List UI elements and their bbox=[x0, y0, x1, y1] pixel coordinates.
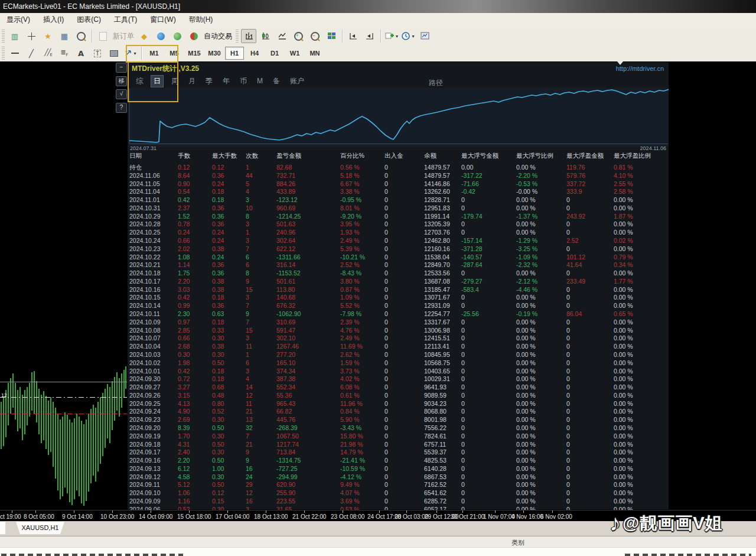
panel-tab-月[interactable]: 月 bbox=[186, 76, 198, 87]
table-row[interactable]: 2024.09.191.700.3071067.5015.80 %07824.6… bbox=[128, 433, 670, 441]
market-watch-button[interactable] bbox=[73, 29, 89, 43]
new-chart-button[interactable]: ▥ bbox=[7, 29, 22, 43]
table-row[interactable]: 2024.10.082.850.3315591.474.76 %013006.9… bbox=[128, 327, 670, 335]
path-tab[interactable]: 路径 bbox=[429, 78, 443, 88]
table-row[interactable]: 2024.09.273.270.6814552.346.08 %09641.93… bbox=[128, 383, 670, 392]
table-row[interactable]: 2024.10.211.140.366316.142.52 %012849.70… bbox=[128, 261, 670, 269]
table-row[interactable]: 2024.10.181.750.368-1153.52-8.43 %012533… bbox=[128, 269, 670, 278]
crosshair-button[interactable] bbox=[24, 29, 39, 43]
table-row[interactable]: 2024.09.101.060.1212255.904.07 %06541.62… bbox=[128, 489, 670, 498]
table-row[interactable]: 2024.10.070.660.303302.102.49 %012415.51… bbox=[128, 334, 670, 343]
table-row[interactable]: 2024.09.162.200.509-1314.75-21.41 %04825… bbox=[128, 457, 670, 465]
table-row[interactable]: 2024.11.050.900.245884.266.67 %014146.86… bbox=[128, 180, 670, 188]
templates-button[interactable]: ★ bbox=[40, 29, 56, 43]
table-row[interactable]: 2024.10.042.680.38111267.4611.69 %012113… bbox=[128, 343, 670, 351]
auto-scroll-button[interactable] bbox=[346, 29, 361, 43]
rectangle-button[interactable] bbox=[106, 46, 122, 60]
table-row[interactable]: 2024.10.030.300.301277.202.62 %010845.95… bbox=[128, 351, 670, 359]
table-row[interactable]: 2024.10.150.420.183140.681.09 %013071.67… bbox=[128, 294, 670, 302]
menu-item[interactable]: 插入(I) bbox=[37, 13, 70, 27]
table-row[interactable]: 2024.09.060.520.30331.650.53 %06052.1700… bbox=[128, 506, 670, 510]
timeframe-w1[interactable]: W1 bbox=[285, 47, 304, 60]
periods-button[interactable]: ▾ bbox=[400, 29, 416, 43]
table-row[interactable]: 2024.09.172.400.309713.8414.79 %05539.37… bbox=[128, 448, 670, 457]
channel-button[interactable]: ╱╱E bbox=[40, 46, 56, 60]
table-row[interactable]: 2024.09.124.580.3024-294.99-4.12 %06867.… bbox=[128, 473, 670, 482]
table-row[interactable]: 2024.09.091.160.1516223.553.69 %06285.72… bbox=[128, 498, 670, 506]
chart-shift-button[interactable] bbox=[362, 29, 377, 43]
indicators-button[interactable]: ▾ bbox=[384, 29, 399, 43]
table-row[interactable]: 2024.10.163.030.3815113.800.87 %013185.4… bbox=[128, 286, 670, 294]
panel-tab-备[interactable]: 备 bbox=[271, 76, 282, 87]
menu-item[interactable]: 帮助(H) bbox=[183, 13, 220, 27]
panel-side-button-0[interactable]: − bbox=[116, 63, 127, 73]
table-row[interactable]: 2024.09.232.690.3013445.765.90 %08001.98… bbox=[128, 416, 670, 424]
timeframe-d1[interactable]: D1 bbox=[265, 47, 284, 60]
table-row[interactable]: 2024.09.300.720.184387.384.02 %010029.31… bbox=[128, 375, 670, 383]
table-row[interactable]: 2024.10.312.370.3610960.698.01 %012951.8… bbox=[128, 204, 670, 213]
level-line-red-dashdot[interactable] bbox=[0, 414, 127, 414]
community-button[interactable] bbox=[153, 29, 168, 43]
new-order-button[interactable] bbox=[95, 29, 110, 43]
timeframe-m15[interactable]: M15 bbox=[185, 47, 204, 60]
table-row[interactable]: 2024.10.140.990.367676.325.52 %012931.09… bbox=[128, 302, 670, 310]
table-row[interactable]: 2024.09.263.150.481255.360.61 %09089.590… bbox=[128, 392, 670, 400]
level-line-gray[interactable] bbox=[0, 382, 127, 382]
toolbar-grip[interactable] bbox=[2, 47, 5, 60]
layout-button[interactable]: ▦ bbox=[57, 29, 72, 43]
timeframe-m30[interactable]: M30 bbox=[205, 47, 224, 60]
text-label-button[interactable]: T bbox=[90, 46, 105, 60]
timeframe-h1[interactable]: H1 bbox=[225, 47, 244, 60]
table-row[interactable]: 2024.10.232.020.387622.125.39 %012160.16… bbox=[128, 245, 670, 253]
zoom-in-button[interactable]: + bbox=[291, 29, 306, 43]
timeframe-h4[interactable]: H4 bbox=[245, 47, 264, 60]
panel-url-link[interactable]: http://mtdriver.cn bbox=[616, 65, 664, 72]
table-row[interactable]: 2024.10.090.970.187310.692.39 %013317.67… bbox=[128, 318, 670, 327]
menu-item[interactable]: 窗口(W) bbox=[144, 13, 182, 27]
table-row[interactable]: 2024.10.280.780.363501.633.95 %013205.39… bbox=[128, 220, 670, 229]
panel-side-button-1[interactable]: 移 bbox=[116, 76, 127, 86]
styler-button[interactable]: ◆ bbox=[136, 29, 152, 43]
table-row[interactable]: 2024.09.244.900.522166.820.84 %08068.800… bbox=[128, 408, 670, 416]
table-row[interactable]: 2024.09.254.130.8011965.4311.96 %09034.2… bbox=[128, 400, 670, 408]
line-chart-button[interactable] bbox=[274, 29, 289, 43]
panel-side-button-3[interactable]: ? bbox=[116, 103, 127, 113]
bar-chart-button[interactable] bbox=[241, 29, 256, 43]
panel-tab-年[interactable]: 年 bbox=[220, 76, 232, 87]
table-row[interactable]: 2024.10.291.520.368-1214.25-9.20 %011991… bbox=[128, 213, 670, 221]
menu-item[interactable]: 显示(V) bbox=[0, 13, 37, 27]
text-button[interactable]: A bbox=[73, 46, 89, 60]
panel-tab-季[interactable]: 季 bbox=[203, 76, 215, 87]
panel-tab-M[interactable]: M bbox=[255, 76, 265, 86]
panel-side-button-2[interactable]: √ bbox=[116, 89, 127, 99]
chart-properties-button[interactable] bbox=[417, 29, 432, 43]
table-row[interactable]: 2024.09.208.390.5032-268.39-3.43 %07556.… bbox=[128, 424, 670, 433]
new-order-label[interactable]: 新订单 bbox=[113, 31, 134, 41]
timeframe-mn[interactable]: MN bbox=[305, 47, 324, 60]
table-row[interactable]: 2024.10.021.980.506165.101.59 %010568.75… bbox=[128, 359, 670, 368]
table-row[interactable]: 2024.09.136.121.0016-727.25-10.59 %06140… bbox=[128, 465, 670, 473]
table-row[interactable]: 2024.11.010.420.183-123.12-0.95 %012828.… bbox=[128, 196, 670, 204]
chart-tab-xauusd[interactable]: XAUUSD,H1 bbox=[16, 522, 64, 534]
auto-trading-label[interactable]: 自动交易 bbox=[204, 31, 232, 41]
table-row[interactable]: 2024.10.112.300.639-1062.90-7.98 %012254… bbox=[128, 310, 670, 318]
menu-item[interactable]: 图表(C) bbox=[70, 13, 107, 27]
level-line-white-dashdot[interactable] bbox=[0, 397, 127, 398]
table-row[interactable]: 2024.10.250.240.241240.961.93 %012703.76… bbox=[128, 229, 670, 237]
title-bar[interactable]: ECMarkets-Live01 - EC Markets Limited - … bbox=[0, 0, 756, 13]
tile-windows-button[interactable] bbox=[324, 29, 339, 43]
table-row[interactable]: 2024.09.184.310.50211217.7421.98 %06757.… bbox=[128, 441, 670, 449]
mtdriver-stats-panel[interactable]: MTDriver统计 ,V3.25 http://mtdriver.cn 综日周… bbox=[127, 61, 669, 510]
toolbar-grip[interactable] bbox=[2, 30, 5, 43]
table-row[interactable]: 持仓0.120.12182.680.56 %014879.570.000.00 … bbox=[128, 164, 670, 172]
table-row[interactable]: 2024.10.172.200.389501.613.80 %013687.08… bbox=[128, 278, 670, 286]
chart-tab-fragment[interactable] bbox=[0, 522, 5, 534]
table-row[interactable]: 2024.10.010.420.183374.343.73 %010403.65… bbox=[128, 368, 670, 376]
candlestick-button[interactable] bbox=[258, 29, 273, 43]
toolbar-grip[interactable] bbox=[236, 30, 239, 43]
table-row[interactable]: 2024.11.040.540.184433.893.38 %013262.60… bbox=[128, 188, 670, 196]
fibonacci-button[interactable]: ≣F bbox=[57, 46, 72, 60]
menu-item[interactable]: 工具(T) bbox=[107, 13, 144, 27]
panel-tab-账户[interactable]: 账户 bbox=[288, 76, 307, 87]
table-row[interactable]: 2024.10.221.080.246-1311.66-10.21 %01153… bbox=[128, 253, 670, 262]
